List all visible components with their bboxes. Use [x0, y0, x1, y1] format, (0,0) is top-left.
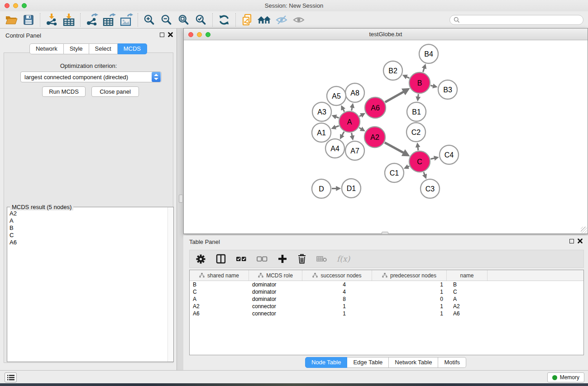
graph-node-A6[interactable]: A6 — [365, 97, 386, 118]
table-cell[interactable]: connector — [249, 303, 302, 310]
graph-edge-A6-B[interactable] — [385, 91, 405, 102]
result-scrollbar[interactable] — [167, 207, 173, 362]
tab-edge-table[interactable]: Edge Table — [347, 357, 389, 368]
graph-node-A2[interactable]: A2 — [364, 127, 385, 148]
tab-motifs[interactable]: Motifs — [438, 357, 466, 368]
graph-node-C2[interactable]: C2 — [406, 123, 425, 142]
table-cell[interactable]: A6 — [190, 310, 249, 317]
graph-node-B3[interactable]: B3 — [438, 80, 457, 99]
criterion-dropdown[interactable]: largest connected component (directed) — [20, 71, 162, 82]
mcds-result-item[interactable]: B — [10, 224, 167, 232]
table-settings-button[interactable] — [195, 252, 206, 266]
open-session-button[interactable] — [3, 13, 20, 27]
run-mcds-button[interactable]: Run MCDS — [42, 86, 86, 97]
vertical-splitter-handle[interactable] — [179, 195, 183, 203]
refresh-button[interactable] — [215, 13, 233, 27]
unselect-all-columns-button[interactable] — [256, 252, 268, 266]
tab-network-table[interactable]: Network Table — [389, 357, 438, 368]
graph-node-B2[interactable]: B2 — [383, 61, 402, 80]
task-history-button[interactable] — [5, 372, 17, 382]
graph-node-A7[interactable]: A7 — [345, 141, 364, 160]
table-cell[interactable]: 4 — [302, 288, 372, 295]
import-network-button[interactable] — [43, 13, 60, 27]
table-row[interactable]: Bdominator41B — [190, 281, 583, 288]
zoom-fit-button[interactable] — [175, 13, 192, 27]
table-cell[interactable]: 0 — [372, 295, 447, 303]
search-input[interactable] — [449, 15, 583, 25]
copy-network-button[interactable] — [239, 13, 256, 27]
graph-edge-C-C1[interactable] — [407, 166, 409, 167]
graph-node-A1[interactable]: A1 — [312, 123, 331, 142]
function-builder-button[interactable]: f(x) — [337, 252, 350, 266]
table-cell[interactable]: B — [447, 281, 488, 288]
table-row[interactable]: Adominator80A — [190, 295, 583, 303]
graph-node-A8[interactable]: A8 — [345, 83, 364, 102]
table-cell[interactable]: 1 — [372, 281, 447, 288]
graph-edge-A-A4[interactable] — [342, 132, 344, 136]
export-network-button[interactable] — [83, 13, 100, 27]
table-cell[interactable]: dominator — [249, 295, 302, 303]
memory-button[interactable]: Memory — [547, 372, 584, 382]
graph-edge-A2-C[interactable] — [385, 143, 405, 153]
graph-node-A4[interactable]: A4 — [325, 139, 344, 158]
table-cell[interactable]: C — [190, 288, 249, 295]
graph-node-B[interactable]: B — [409, 72, 430, 93]
column-header-shared-name[interactable]: shared name — [190, 270, 249, 281]
graph-node-A5[interactable]: A5 — [327, 86, 346, 105]
graph-node-C4[interactable]: C4 — [440, 145, 459, 164]
table-cell[interactable]: A2 — [190, 303, 249, 310]
table-row[interactable]: Cdominator41C — [190, 288, 583, 295]
close-panel-icon[interactable] — [168, 32, 173, 37]
delete-columns-button[interactable] — [297, 252, 307, 266]
tab-network[interactable]: Network — [29, 43, 64, 54]
table-cell[interactable]: dominator — [249, 281, 302, 288]
table-row[interactable]: A2connector11A2 — [190, 303, 583, 310]
graph-edge-B-B2[interactable] — [406, 76, 409, 78]
table-cell[interactable]: 1 — [302, 303, 372, 310]
select-all-columns-button[interactable] — [235, 252, 247, 266]
table-cell[interactable]: A — [190, 295, 249, 303]
graph-edge-B-B3[interactable] — [430, 86, 434, 86]
table-cell[interactable]: 8 — [302, 295, 372, 303]
tab-style[interactable]: Style — [64, 43, 89, 54]
table-cell[interactable]: 1 — [372, 288, 447, 295]
float-panel-icon[interactable] — [160, 33, 164, 37]
graph-edge-C-C2[interactable] — [418, 146, 418, 150]
tab-mcds[interactable]: MCDS — [118, 43, 147, 54]
show-column-button[interactable] — [215, 252, 226, 266]
delete-table-button[interactable] — [316, 252, 328, 266]
graph-node-D1[interactable]: D1 — [342, 179, 361, 198]
column-header-mcds-role[interactable]: MCDS role — [249, 270, 302, 281]
graph-node-D[interactable]: D — [312, 179, 331, 198]
hide-details-button[interactable] — [273, 13, 290, 27]
table-cell[interactable]: C — [447, 288, 488, 295]
table-cell[interactable]: A2 — [447, 303, 488, 310]
graph-edge-A-A8[interactable] — [352, 107, 353, 111]
float-table-panel-icon[interactable] — [569, 239, 574, 243]
export-table-button[interactable] — [100, 13, 118, 27]
table-cell[interactable]: 1 — [372, 303, 447, 310]
zoom-in-button[interactable] — [141, 13, 158, 27]
zoom-out-button[interactable] — [158, 13, 175, 27]
graph-edge-A-A1[interactable] — [335, 126, 339, 128]
tab-node-table[interactable]: Node Table — [305, 357, 348, 368]
export-image-button[interactable] — [118, 13, 135, 27]
close-panel-button[interactable]: Close panel — [91, 86, 139, 97]
horizontal-splitter-handle[interactable] — [382, 232, 388, 234]
network-canvas[interactable]: B4B2BB3A8A5A6A3B1AA1C2A2A4A7C4CC1DD1C3 — [184, 40, 588, 234]
graph-edge-A-A6[interactable] — [359, 115, 362, 116]
graph-node-B4[interactable]: B4 — [419, 44, 438, 63]
tab-select[interactable]: Select — [89, 43, 118, 54]
table-row[interactable]: A6connector11A6 — [190, 310, 583, 317]
graph-node-B1[interactable]: B1 — [407, 102, 426, 121]
graph-node-C1[interactable]: C1 — [385, 163, 404, 182]
mcds-result-item[interactable]: A2 — [10, 210, 167, 217]
table-cell[interactable]: dominator — [249, 288, 302, 295]
table-cell[interactable]: A — [447, 295, 488, 303]
resize-grip[interactable] — [581, 227, 587, 233]
graph-edge-A-A5[interactable] — [343, 109, 344, 112]
mcds-result-item[interactable]: C — [10, 232, 167, 239]
graph-edge-B-B4[interactable] — [423, 67, 425, 72]
save-session-button[interactable] — [20, 13, 37, 27]
graph-node-A3[interactable]: A3 — [312, 102, 331, 121]
